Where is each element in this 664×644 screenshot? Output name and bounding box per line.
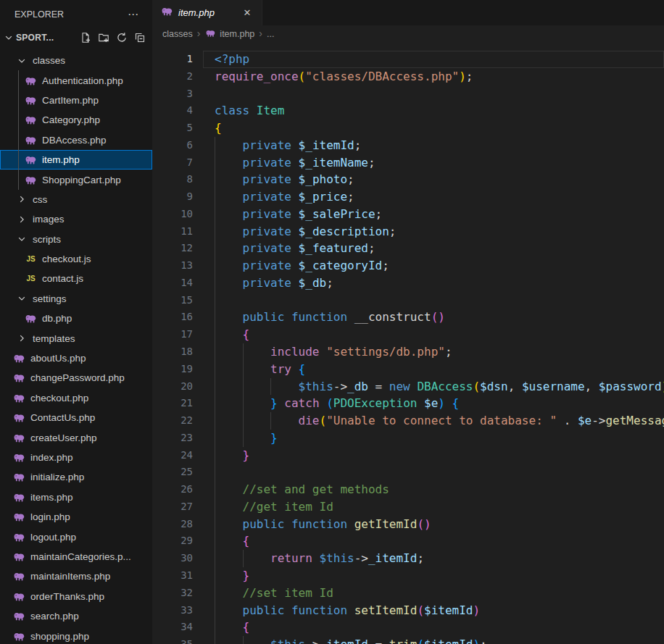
tree-item-category-php[interactable]: Category.php — [0, 110, 152, 130]
collapse-all-icon[interactable] — [133, 31, 146, 44]
js-icon: JS — [25, 272, 37, 285]
tree-item-contactus-php[interactable]: ContactUs.php — [0, 408, 152, 427]
tree-indent-guide — [18, 150, 19, 170]
code-line-21[interactable]: 21 } catch (PDOException $e) { — [152, 395, 664, 412]
line-number: 32 — [152, 585, 193, 602]
tree-item-maintaincategories-p-[interactable]: maintainCategories.p... — [0, 547, 152, 566]
code-line-22[interactable]: 22 die("Unable to connect to database: "… — [152, 412, 664, 430]
tree-item-authentication-php[interactable]: Authentication.php — [0, 70, 152, 90]
line-number: 1 — [152, 51, 193, 68]
tree-item-checkout-js[interactable]: JScheckout.js — [0, 249, 152, 269]
code-line-32[interactable]: 32 //set item Id — [152, 585, 664, 602]
tree-item-dbaccess-php[interactable]: DBAccess.php — [0, 130, 152, 150]
workspace-title: SPORT... — [16, 33, 54, 43]
code-line-3[interactable]: 3 — [152, 85, 664, 103]
close-icon[interactable]: ✕ — [240, 6, 254, 20]
code-line-27[interactable]: 27 //get item Id — [152, 498, 664, 516]
code-line-26[interactable]: 26 //set and get methods — [152, 481, 664, 498]
tree-item-shoppingcart-php[interactable]: ShoppingCart.php — [0, 170, 152, 189]
tree-item-initialize-php[interactable]: initialize.php — [0, 467, 152, 487]
code-line-25[interactable]: 25 — [152, 464, 664, 481]
code-line-19[interactable]: 19 try { — [152, 361, 664, 378]
tree-item-images[interactable]: images — [0, 209, 152, 229]
tree-item-changepassword-php[interactable]: changePassword.php — [0, 368, 152, 388]
code-text: { — [215, 120, 222, 137]
breadcrumb-item-symbols[interactable]: ... — [267, 29, 274, 39]
indent-guide — [215, 464, 215, 481]
new-file-icon[interactable] — [79, 31, 92, 44]
code-line-15[interactable]: 15 — [152, 292, 664, 309]
tree-item-label: items.php — [30, 492, 73, 503]
code-text: die("Unable to connect to database: " . … — [215, 412, 664, 430]
code-line-35[interactable]: 35 $this->_itemId = trim($itemId); — [152, 636, 664, 644]
refresh-icon[interactable] — [115, 31, 128, 44]
code-text: private $_price; — [215, 188, 354, 206]
tree-item-createuser-php[interactable]: createUser.php — [0, 427, 152, 447]
tree-item-logout-php[interactable]: logout.php — [0, 527, 152, 546]
php-icon — [25, 114, 37, 126]
code-line-2[interactable]: 2require_once("classes/DBAccess.php"); — [152, 68, 664, 85]
code-text: } — [215, 430, 278, 447]
tree-item-orderthanks-php[interactable]: orderThanks.php — [0, 587, 152, 606]
tree-item-shopping-php[interactable]: shopping.php — [0, 626, 152, 644]
tree-item-label: contact.js — [42, 273, 83, 284]
code-text: require_once("classes/DBAccess.php"); — [215, 68, 473, 85]
code-line-5[interactable]: 5{ — [152, 120, 664, 137]
code-line-24[interactable]: 24 } — [152, 447, 664, 464]
code-line-17[interactable]: 17 { — [152, 326, 664, 343]
tree-item-settings[interactable]: settings — [0, 289, 152, 309]
tree-item-css[interactable]: css — [0, 190, 152, 209]
tree-item-items-php[interactable]: items.php — [0, 488, 152, 507]
tree-item-aboutus-php[interactable]: aboutUs.php — [0, 348, 152, 368]
code-line-30[interactable]: 30 return $this->_itemId; — [152, 550, 664, 567]
new-folder-icon[interactable] — [97, 31, 110, 44]
code-line-16[interactable]: 16 public function __construct() — [152, 309, 664, 326]
code-line-11[interactable]: 11 private $_description; — [152, 223, 664, 241]
code-line-18[interactable]: 18 include "settings/db.php"; — [152, 343, 664, 361]
code-line-9[interactable]: 9 private $_price; — [152, 188, 664, 206]
code-line-14[interactable]: 14 private $_db; — [152, 275, 664, 292]
tree-item-checkout-php[interactable]: checkout.php — [0, 388, 152, 408]
breadcrumb-item-classes[interactable]: classes — [162, 29, 193, 39]
code-line-28[interactable]: 28 public function getItemId() — [152, 516, 664, 533]
code-line-20[interactable]: 20 $this->_db = new DBAccess($dsn, $user… — [152, 378, 664, 396]
tab-item-php[interactable]: item.php ✕ — [152, 0, 262, 25]
js-icon: JS — [25, 253, 37, 265]
code-line-7[interactable]: 7 private $_itemName; — [152, 154, 664, 172]
tree-item-db-php[interactable]: db.php — [0, 309, 152, 328]
code-line-33[interactable]: 33 public function setItemId($itemId) — [152, 602, 664, 619]
breadcrumb-item-file[interactable]: item.php — [220, 29, 254, 39]
code-line-29[interactable]: 29 { — [152, 532, 664, 550]
tree-item-index-php[interactable]: index.php — [0, 448, 152, 467]
code-line-23[interactable]: 23 } — [152, 430, 664, 447]
tree-item-maintainitems-php[interactable]: maintainItems.php — [0, 566, 152, 586]
tree-indent-guide — [18, 70, 19, 90]
code-line-34[interactable]: 34 { — [152, 619, 664, 636]
code-line-6[interactable]: 6 private $_itemId; — [152, 137, 664, 154]
code-line-13[interactable]: 13 private $_categoryId; — [152, 257, 664, 275]
workspace-section-header[interactable]: SPORT... — [0, 29, 152, 46]
tree-item-scripts[interactable]: scripts — [0, 230, 152, 249]
more-actions-icon[interactable]: ⋯ — [128, 8, 139, 21]
line-number: 21 — [152, 395, 193, 412]
code-line-31[interactable]: 31 } — [152, 567, 664, 585]
code-line-1[interactable]: 1<?php — [152, 51, 664, 68]
tree-item-contact-js[interactable]: JScontact.js — [0, 269, 152, 288]
code-line-10[interactable]: 10 private $_salePrice; — [152, 206, 664, 223]
tree-item-classes[interactable]: classes — [0, 51, 152, 70]
tree-item-templates[interactable]: templates — [0, 328, 152, 348]
code-editor[interactable]: 1<?php2require_once("classes/DBAccess.ph… — [152, 42, 664, 644]
chevron-down-icon — [15, 54, 28, 67]
tree-item-login-php[interactable]: login.php — [0, 507, 152, 527]
chevron-down-icon — [3, 32, 14, 43]
tree-item-search-php[interactable]: search.php — [0, 606, 152, 626]
tree-item-cartitem-php[interactable]: CartItem.php — [0, 91, 152, 110]
code-text: public function __construct() — [215, 309, 445, 326]
tree-item-item-php[interactable]: item.php — [0, 150, 152, 170]
code-line-4[interactable]: 4class Item — [152, 102, 664, 120]
php-icon — [13, 432, 25, 444]
line-number: 22 — [152, 412, 193, 430]
code-line-12[interactable]: 12 private $_featured; — [152, 240, 664, 257]
breadcrumb-separator-icon: › — [257, 28, 264, 41]
code-line-8[interactable]: 8 private $_photo; — [152, 171, 664, 188]
